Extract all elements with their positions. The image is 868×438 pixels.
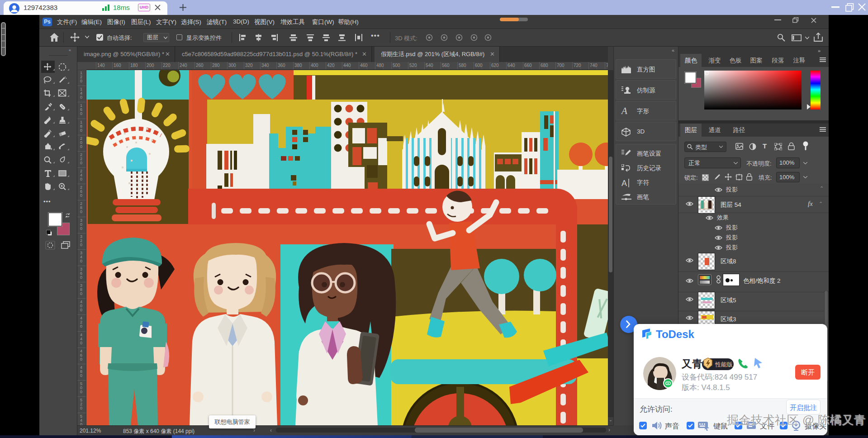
svg-text:A: A [621, 179, 627, 187]
